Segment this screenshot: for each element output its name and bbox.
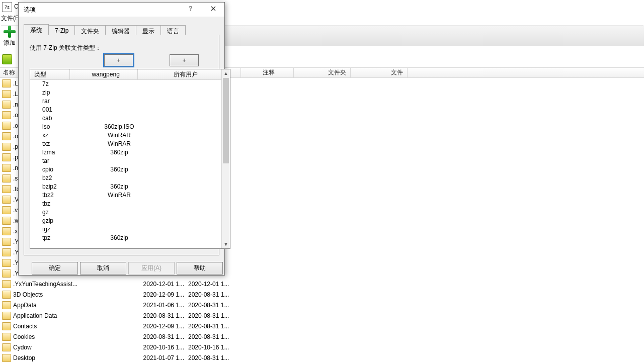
col-user[interactable]: wangpeng <box>70 69 137 79</box>
close-icon[interactable] <box>202 3 224 15</box>
add-button[interactable]: 添加 <box>1 26 18 47</box>
help-button[interactable]: 帮助 <box>177 262 223 275</box>
folder-icon <box>2 132 11 140</box>
folder-icon <box>2 312 11 320</box>
file-created: 2020-10-16 1... <box>184 344 238 351</box>
list-item[interactable]: gz <box>30 208 222 216</box>
list-item[interactable]: tbz2WinRAR <box>30 191 222 199</box>
file-name: Cydow <box>13 344 134 351</box>
file-created: 2020-08-31 1... <box>184 354 238 361</box>
folder-icon <box>2 143 11 151</box>
file-modified: 2020-08-31 1... <box>134 333 184 340</box>
scroll-down-icon[interactable]: ▼ <box>222 240 230 248</box>
folder-icon <box>2 79 11 87</box>
associations-headers: 类型 wangpeng 所有用户 <box>30 69 230 80</box>
col-folders[interactable]: 文件夹 <box>294 68 351 77</box>
list-item[interactable]: bzip2360zip <box>30 182 222 191</box>
cell-type: cpio <box>30 166 87 173</box>
list-item[interactable]: zip <box>30 88 222 97</box>
folder-icon <box>2 206 11 214</box>
list-item[interactable]: txzWinRAR <box>30 139 222 148</box>
table-row[interactable]: Cydow2020-10-16 1...2020-10-16 1... <box>0 342 644 352</box>
cell-type: tar <box>30 157 87 164</box>
file-created: 2020-08-31 1... <box>184 333 238 340</box>
ok-button[interactable]: 确定 <box>32 262 78 275</box>
list-item[interactable]: lzma360zip <box>30 148 222 156</box>
folder-icon <box>2 354 11 362</box>
list-item[interactable]: xzWinRAR <box>30 131 222 139</box>
table-row[interactable]: 3D Objects2020-12-09 1...2020-08-31 1... <box>0 289 644 300</box>
scroll-thumb[interactable] <box>223 78 229 163</box>
cell-type: gz <box>30 209 87 216</box>
file-modified: 2020-12-01 1... <box>134 281 184 288</box>
cell-user: 360zip <box>87 183 152 190</box>
file-name: Desktop <box>13 354 134 361</box>
table-row[interactable]: AppData2021-01-06 1...2020-08-31 1... <box>0 300 644 310</box>
cell-user: 360zip <box>87 234 152 241</box>
table-row[interactable]: Contacts2020-12-09 1...2020-08-31 1... <box>0 321 644 331</box>
file-name: Cookies <box>13 333 134 340</box>
folder-icon <box>2 248 11 256</box>
folder-icon <box>2 238 11 246</box>
table-row[interactable]: Desktop2021-01-07 1...2020-08-31 1... <box>0 352 644 362</box>
tab-0[interactable]: 系统 <box>24 24 49 35</box>
cell-type: rar <box>30 98 87 105</box>
table-row[interactable]: .YxYunTeachingAssist...2020-12-01 1...20… <box>0 279 644 289</box>
cell-type: cab <box>30 115 87 122</box>
add-button-label: 添加 <box>4 39 16 47</box>
file-modified: 2021-01-06 1... <box>134 302 184 309</box>
list-item[interactable]: 7z <box>30 79 222 88</box>
file-modified: 2020-10-16 1... <box>134 344 184 351</box>
help-icon[interactable]: ? <box>179 3 202 15</box>
associations-scrollbar[interactable]: ▲ ▼ <box>221 69 230 248</box>
apply-button: 应用(A) <box>128 262 175 275</box>
file-modified: 2020-12-09 1... <box>134 323 184 330</box>
cell-user: WinRAR <box>87 140 152 147</box>
list-item[interactable]: iso360zip.ISO <box>30 122 222 131</box>
file-created: 2020-08-31 1... <box>184 323 238 330</box>
table-row[interactable]: Application Data2020-08-31 1...2020-08-3… <box>0 310 644 321</box>
cell-type: tbz2 <box>30 192 87 199</box>
list-item[interactable]: tar <box>30 156 222 165</box>
cell-type: tgz <box>30 226 87 233</box>
list-item[interactable]: cab <box>30 114 222 122</box>
list-item[interactable]: gzip <box>30 216 222 225</box>
folder-icon <box>2 174 11 183</box>
app-icon-text: 7z <box>5 5 10 10</box>
associations-body[interactable]: 7zziprar001cabiso360zip.ISOxzWinRARtxzWi… <box>30 79 222 248</box>
cell-type: 001 <box>30 106 87 113</box>
col-type[interactable]: 类型 <box>30 69 70 79</box>
cell-type: lzma <box>30 149 87 156</box>
cell-type: zip <box>30 89 87 96</box>
list-item[interactable]: rar <box>30 97 222 105</box>
list-item[interactable]: cpio360zip <box>30 165 222 173</box>
list-item[interactable]: tgz <box>30 225 222 233</box>
folder-icon <box>2 301 11 309</box>
folder-icon <box>2 217 11 225</box>
cancel-button[interactable]: 取消 <box>80 262 126 275</box>
col-allusers[interactable]: 所有用户 <box>138 69 230 79</box>
associations-list[interactable]: 类型 wangpeng 所有用户 7zziprar001cabiso360zip… <box>30 69 230 249</box>
file-name: .YxYunTeachingAssist... <box>13 281 134 288</box>
file-modified: 2020-08-31 1... <box>134 312 184 319</box>
list-item[interactable]: tpz360zip <box>30 233 222 242</box>
plus-user-button[interactable]: + <box>104 54 133 66</box>
file-created: 2020-08-31 1... <box>184 312 238 319</box>
folder-icon <box>2 280 11 288</box>
scroll-up-icon[interactable]: ▲ <box>222 69 230 77</box>
col-files[interactable]: 文件 <box>351 68 408 77</box>
test-icon[interactable] <box>2 54 12 64</box>
cell-type: gzip <box>30 217 87 224</box>
plus-allusers-button[interactable]: + <box>170 54 199 66</box>
list-item[interactable]: bz2 <box>30 173 222 182</box>
cell-user: 360zip <box>87 166 152 173</box>
table-row[interactable]: Cookies2020-08-31 1...2020-08-31 1... <box>0 331 644 342</box>
options-dialog: 选项 ? 系统7-Zip文件夹编辑器显示语言 使用 7-Zip 关联文件类型： … <box>18 2 225 276</box>
list-item[interactable]: 001 <box>30 105 222 114</box>
folder-icon <box>2 164 11 172</box>
list-item[interactable]: tbz <box>30 199 222 208</box>
cell-type: 7z <box>30 80 87 87</box>
col-comment[interactable]: 注释 <box>241 68 294 77</box>
folder-icon <box>2 90 11 98</box>
dialog-tabs: 系统7-Zip文件夹编辑器显示语言 <box>24 24 219 35</box>
